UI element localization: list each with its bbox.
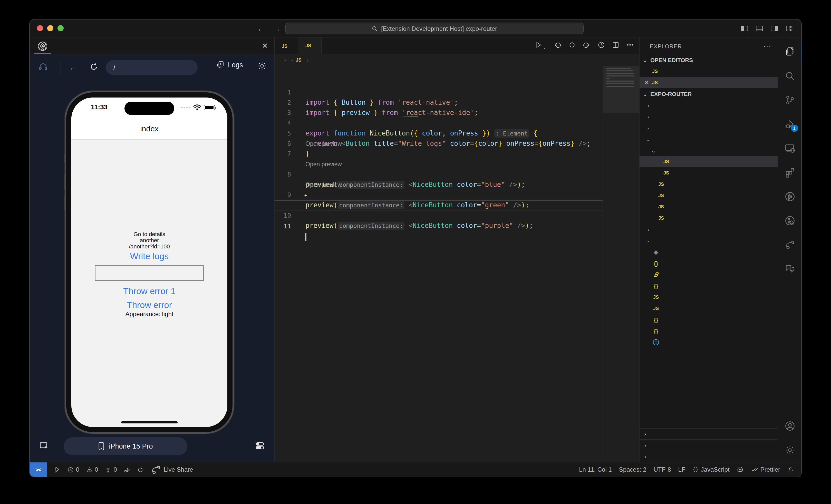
tree-item-app[interactable]: ⌄ xyxy=(639,134,778,145)
reload-icon[interactable] xyxy=(89,62,98,73)
close-window-button[interactable] xyxy=(37,25,43,31)
route-url-input[interactable]: / xyxy=(106,60,198,75)
status-radio-tower-icon[interactable]: 0 xyxy=(105,466,117,473)
breadcrumb[interactable]: ››JS› xyxy=(275,54,639,66)
status-debug-icon[interactable] xyxy=(124,466,131,473)
device-select-button[interactable]: iPhone 15 Pro xyxy=(64,437,188,455)
status-scm-graph-icon[interactable] xyxy=(53,466,61,473)
history-icon[interactable] xyxy=(598,41,605,51)
go-to-details-link[interactable]: Go to details xyxy=(71,231,227,237)
code-line-5[interactable]: 5 return <Button title="Write logs" colo… xyxy=(275,108,603,118)
run-debug-icon[interactable]: 1 xyxy=(778,112,801,136)
tree-item-_layout.js[interactable]: JS xyxy=(639,179,778,190)
gitlens-icon[interactable] xyxy=(778,208,801,233)
tree-item-android[interactable]: › xyxy=(639,122,778,134)
simulator-settings-gear-icon[interactable] xyxy=(257,61,267,73)
maximize-window-button[interactable] xyxy=(57,25,64,31)
navigate-back-icon[interactable]: ← xyxy=(69,63,78,73)
status-bell-icon[interactable] xyxy=(787,466,794,473)
layout-sidebar-right-icon[interactable] xyxy=(770,24,779,33)
tree-item-.vscode[interactable]: › xyxy=(639,111,778,122)
chat-icon[interactable] xyxy=(778,257,801,281)
nav-back-circle-icon[interactable] xyxy=(553,41,562,51)
status-spaces-2[interactable]: Spaces: 2 xyxy=(619,466,647,473)
history-forward-icon[interactable]: → xyxy=(273,24,281,33)
code-line-7[interactable]: 7 xyxy=(275,128,603,139)
tree-item-app.json[interactable]: {} xyxy=(639,258,778,269)
layout-customize-icon[interactable] xyxy=(785,24,794,33)
status-utf-8[interactable]: UTF-8 xyxy=(654,466,671,473)
code-line-4[interactable]: 4 export function NiceButton({ color, on… xyxy=(275,97,603,108)
radon-ide-tab-icon[interactable] xyxy=(36,40,49,52)
remote-indicator[interactable]: >< xyxy=(30,463,47,477)
tree-item-UglyButton.js[interactable]: JS xyxy=(639,167,778,179)
account-icon[interactable] xyxy=(778,414,801,438)
tree-item-eas.json[interactable]: {} xyxy=(639,280,778,292)
history-back-icon[interactable]: ← xyxy=(257,24,265,33)
logs-button[interactable]: Logs xyxy=(216,61,243,69)
code-line-6[interactable]: 6 } xyxy=(275,118,603,128)
codelens-open-preview[interactable]: Open preview xyxy=(275,180,603,190)
another-id-link[interactable]: /another?id=100 xyxy=(71,243,227,249)
status-lf[interactable]: LF xyxy=(678,466,686,473)
project-section-header[interactable]: ⌄ EXPO-ROUTER xyxy=(639,88,778,99)
code-line-1[interactable]: 1 import { Button } from 'react-native'; xyxy=(275,67,603,77)
status-live-share-icon[interactable]: Live Share xyxy=(150,464,193,475)
explorer-icon[interactable] xyxy=(778,39,801,64)
phone-screen[interactable]: 11:33 index Go to details another /anoth… xyxy=(71,97,227,427)
write-logs-button[interactable]: Write logs xyxy=(71,251,227,262)
code-line-11[interactable]: 11 xyxy=(275,200,603,210)
open-editor-NiceButton.js[interactable]: ✕ JS xyxy=(639,77,778,88)
codelens-open-preview[interactable]: Open preview xyxy=(275,159,603,169)
touch-pointer-icon[interactable] xyxy=(39,441,49,453)
status-ln-11-col-1[interactable]: Ln 11, Col 1 xyxy=(579,466,612,473)
code-line-2[interactable]: 2 import { preview } from 'react-native-… xyxy=(275,77,603,87)
tree-item-README.md[interactable]: ⓘ xyxy=(639,337,778,348)
tree-item-.expo[interactable]: › xyxy=(639,99,778,111)
minimap[interactable] xyxy=(603,66,639,462)
tree-item-babel.config.js[interactable]: 𝐵 xyxy=(639,269,778,280)
status-braces-icon[interactable]: JavaScript xyxy=(693,466,729,473)
remote-explorer-icon[interactable] xyxy=(778,136,801,160)
tree-item-node_modules[interactable]: › xyxy=(639,235,778,246)
code-line-3[interactable]: 3 xyxy=(275,87,603,97)
tree-item-package-lock.json[interactable]: {} xyxy=(639,314,778,325)
explorer-more-actions-icon[interactable]: ··· xyxy=(763,42,771,50)
split-editor-icon[interactable] xyxy=(612,41,620,51)
tree-item-NiceButton.js[interactable]: JS xyxy=(639,156,778,167)
another-link[interactable]: another xyxy=(71,237,227,243)
command-center-search[interactable]: [Extension Development Host] expo-router xyxy=(285,23,583,34)
settings-gear-icon[interactable] xyxy=(778,438,801,462)
tab-index.js[interactable]: JS xyxy=(275,37,298,54)
code-line-8[interactable]: 8 preview(componentInstance: <NiceButton… xyxy=(275,149,603,159)
tree-item-details.js[interactable]: JS xyxy=(639,201,778,212)
nav-circle-icon[interactable] xyxy=(568,41,576,51)
close-icon[interactable]: ✕ xyxy=(642,79,651,86)
live-share-icon[interactable] xyxy=(778,233,801,257)
more-icon[interactable] xyxy=(626,41,634,51)
layout-panel-icon[interactable] xyxy=(755,24,764,33)
nav-forward-circle-icon[interactable] xyxy=(582,41,591,51)
codelens-open-preview[interactable]: Open preview xyxy=(275,139,603,149)
tree-item-components[interactable]: ⌄ xyxy=(639,145,778,156)
layout-sidebar-left-icon[interactable] xyxy=(740,24,749,33)
tree-item-metro.config.js[interactable]: JS xyxy=(639,303,778,314)
throw-error-button[interactable]: Throw error xyxy=(71,300,227,310)
tab-NiceButton.js[interactable]: JS xyxy=(298,37,322,54)
phone-text-input[interactable] xyxy=(95,265,204,281)
code-line-10[interactable]: ✦ 10 preview(componentInstance: <NiceBut… xyxy=(275,190,603,200)
open-editors-section-header[interactable]: ⌄ OPEN EDITORS xyxy=(639,54,778,66)
tree-item-another.js[interactable]: JS xyxy=(639,190,778,201)
status-error-icon[interactable]: 0 xyxy=(67,466,79,473)
section-outline[interactable]: › xyxy=(639,428,778,439)
tree-item-package.json[interactable]: {} xyxy=(639,325,778,337)
tree-item-ios[interactable]: › xyxy=(639,224,778,235)
search-icon[interactable] xyxy=(778,64,801,88)
code-editor[interactable]: 1 import { Button } from 'react-native';… xyxy=(275,66,639,462)
panel-close-icon[interactable]: ✕ xyxy=(262,41,268,50)
tree-item-index.js[interactable]: JS xyxy=(639,212,778,224)
status-double-check-icon[interactable]: Prettier xyxy=(751,466,780,473)
status-warning-icon[interactable]: 0 xyxy=(86,466,98,473)
quick-fix-sparkle-icon[interactable]: ✦ xyxy=(304,190,308,200)
minimize-window-button[interactable] xyxy=(47,25,53,31)
